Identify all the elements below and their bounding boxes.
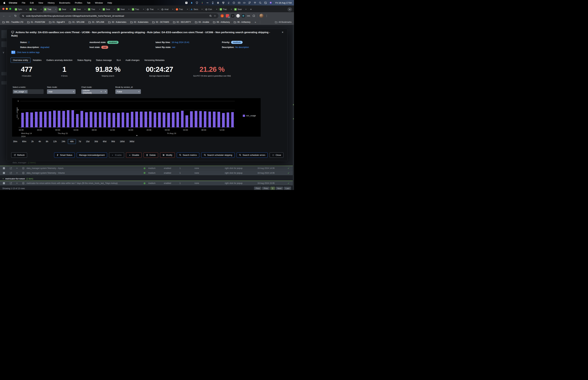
bookmark-item[interactable]: 06 - Artifactory xyxy=(213,21,230,23)
close-button[interactable]: □Close xyxy=(270,152,284,158)
time-range-365d[interactable]: 365d xyxy=(127,139,136,144)
chart-bar[interactable] xyxy=(113,113,115,127)
extensions-puzzle-icon[interactable] xyxy=(252,14,256,18)
stack-icon[interactable] xyxy=(20,172,27,174)
chart-bar[interactable] xyxy=(231,112,234,127)
chrome-menu-icon[interactable]: ⋮ xyxy=(266,14,268,17)
tab-close-icon[interactable]: × xyxy=(245,8,247,11)
json-extension-icon[interactable]: {..} xyxy=(236,14,240,18)
menu-item-file[interactable]: File xyxy=(22,1,25,4)
browser-tab[interactable]: >Sear× xyxy=(233,6,248,12)
metric-multiselect[interactable]: svc_usage× xyxy=(13,89,44,94)
saml-extension-icon[interactable]: SAML xyxy=(247,14,250,18)
menu-item-bookmarks[interactable]: Bookmarks xyxy=(59,1,70,4)
browser-tab[interactable]: >Trac× xyxy=(43,6,57,12)
zoom-page-icon[interactable] xyxy=(209,15,212,17)
meter-icon[interactable] xyxy=(211,1,214,4)
chart-bar[interactable] xyxy=(26,112,28,127)
time-range-90d[interactable]: 90d xyxy=(109,139,117,144)
adblock-extension-icon[interactable]: ✋ xyxy=(221,14,224,18)
chart-bar[interactable] xyxy=(140,112,143,127)
browser-tab[interactable]: Anal× xyxy=(160,6,174,12)
bookmark-item[interactable]: 01 - SPLUNK xyxy=(69,21,85,23)
tab-close-icon[interactable]: × xyxy=(187,8,188,11)
battery-icon[interactable] xyxy=(243,1,246,4)
time-range-48h[interactable]: 48h xyxy=(68,139,76,144)
bookmark-item[interactable]: 02 - Kubernetes xyxy=(130,21,148,23)
search-metrics-button[interactable]: Search metrics xyxy=(177,152,199,158)
forward-icon[interactable]: → xyxy=(8,14,12,18)
row-checkbox[interactable] xyxy=(0,172,8,174)
stack-icon[interactable] xyxy=(20,182,27,184)
chart-bar[interactable] xyxy=(126,113,129,127)
chart-bar[interactable] xyxy=(67,110,70,127)
chart-bar[interactable] xyxy=(90,112,92,127)
chart-bar[interactable] xyxy=(181,111,184,127)
chart-bar[interactable] xyxy=(108,113,111,127)
table-group-header-partial[interactable]: data_manager(2 items) xyxy=(13,161,36,164)
react-devtools-icon[interactable] xyxy=(242,14,245,18)
chart-bar[interactable] xyxy=(154,113,156,127)
break-by-select[interactable]: False▾ xyxy=(115,89,141,94)
server-icon[interactable] xyxy=(222,1,225,4)
url-text[interactable]: scde-8yra2ha5mx36rr0nw.splunkcloud.com/e… xyxy=(26,15,124,17)
chart-legend[interactable]: svc_usage xyxy=(243,114,256,117)
loading-extension-icon[interactable] xyxy=(231,14,234,18)
extension-badge-icon[interactable]: 6 xyxy=(226,14,229,18)
vpn-drop-icon[interactable] xyxy=(190,1,193,4)
scissors-icon[interactable]: ✂ xyxy=(14,172,20,174)
profile-avatar[interactable] xyxy=(260,14,264,18)
tab-overview-entity[interactable]: Overview entity xyxy=(11,57,30,63)
collapse-caret-icon[interactable]: ▼ xyxy=(2,178,4,180)
menu-item-help[interactable]: Help xyxy=(108,1,112,4)
chart-bar[interactable] xyxy=(122,113,124,127)
table-row[interactable]: ✂metricator-for-nmon:admin:Hosts with da… xyxy=(0,181,293,185)
pennant-icon[interactable] xyxy=(248,1,251,4)
tab-notables[interactable]: Notables xyxy=(30,57,44,63)
disable-button[interactable]: ◑Disable xyxy=(126,152,142,158)
apple-menu-icon[interactable] xyxy=(3,1,6,4)
delete-button[interactable]: Delete xyxy=(144,152,158,158)
tab-close-icon[interactable]: × xyxy=(55,8,56,11)
time-range-30m[interactable]: 30m xyxy=(11,139,19,144)
tab-sla[interactable]: SLA xyxy=(114,57,123,63)
row-checkbox[interactable] xyxy=(0,167,8,169)
tab-search-button[interactable]: ▾ xyxy=(287,7,292,11)
bookmark-item[interactable]: 01 - SignalFX xyxy=(49,21,65,23)
chart-bar[interactable] xyxy=(35,112,38,127)
tab-audit-changes[interactable]: Audit changes xyxy=(123,57,142,63)
bookmarks-overflow-chevron[interactable]: » xyxy=(255,21,256,23)
chart-bar[interactable] xyxy=(190,111,193,127)
page-button-first[interactable]: First xyxy=(254,187,261,190)
wifi-icon[interactable] xyxy=(254,1,256,4)
tab-close-icon[interactable]: × xyxy=(158,8,159,11)
tab-close-icon[interactable]: × xyxy=(231,8,232,11)
tab-close-icon[interactable]: × xyxy=(84,8,86,11)
page-button-prev[interactable]: Prev xyxy=(262,187,270,190)
browser-tab[interactable]: >Sear× xyxy=(57,6,72,12)
tab-close-icon[interactable]: × xyxy=(99,8,100,11)
bookmark-item[interactable]: 02 - Kubernetes xyxy=(108,21,126,23)
chart-bar[interactable] xyxy=(199,111,202,127)
tab-close-icon[interactable]: × xyxy=(40,8,42,11)
stack-icon[interactable] xyxy=(20,167,27,170)
browser-tab[interactable]: s>Trac× xyxy=(174,6,189,12)
chip-remove-icon[interactable]: × xyxy=(25,91,26,93)
bookmark-item[interactable]: 02 - SECURITY xyxy=(173,21,191,23)
chart-bar[interactable] xyxy=(30,113,33,127)
control-center-icon[interactable] xyxy=(264,1,267,4)
browser-tab[interactable]: >Sear× xyxy=(116,6,131,12)
tab-close-icon[interactable]: × xyxy=(172,8,173,11)
bookmark-item[interactable]: 03 - Ansible xyxy=(195,21,209,23)
external-link-icon[interactable] xyxy=(8,172,14,174)
modify-button[interactable]: Modify xyxy=(160,152,175,158)
browser-tab[interactable]: >Trac× xyxy=(131,6,145,12)
table-row[interactable]: ✂data_manager:system:Telemetry - Volumem… xyxy=(0,171,293,175)
updown-arrows-icon[interactable] xyxy=(201,1,204,4)
define-tags-link[interactable]: Click here to define tags xyxy=(11,51,40,54)
browser-tab[interactable]: >Sear× xyxy=(101,6,116,12)
tab-versioning-metadata[interactable]: Versioning Metadata xyxy=(142,57,167,63)
chart-bar[interactable] xyxy=(167,113,170,127)
menu-item-tab[interactable]: Tab xyxy=(87,1,90,4)
chart-bar[interactable] xyxy=(53,111,56,127)
